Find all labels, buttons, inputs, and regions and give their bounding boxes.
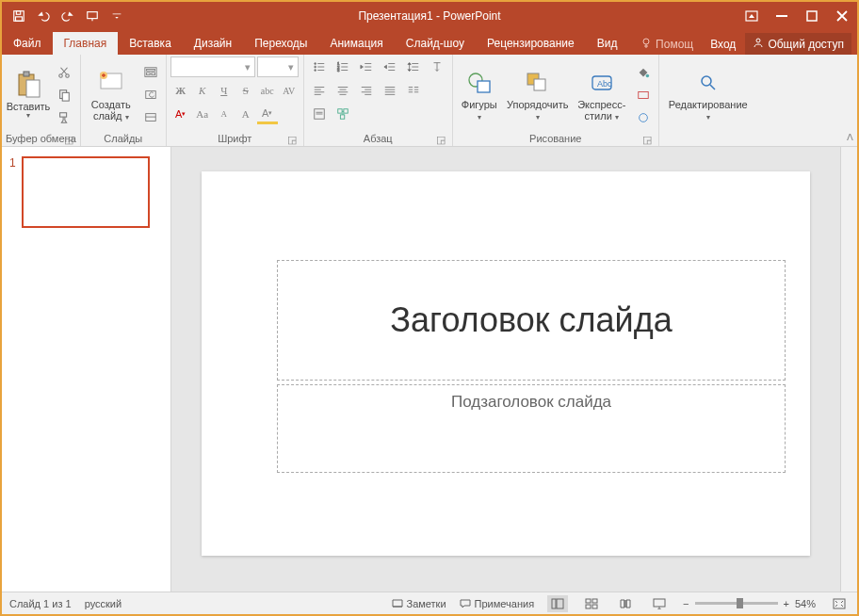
notes-button[interactable]: Заметки: [392, 598, 446, 609]
zoom-slider[interactable]: [695, 602, 778, 605]
slide-thumbnail[interactable]: [22, 156, 150, 228]
slideshow-view-icon[interactable]: [649, 595, 670, 612]
change-case-button[interactable]: Aa: [192, 104, 213, 124]
collapse-ribbon-icon[interactable]: ᐱ: [847, 132, 853, 142]
shape-outline-icon[interactable]: [632, 85, 655, 105]
strikethrough-button[interactable]: S: [235, 80, 256, 101]
reset-slide-icon[interactable]: [139, 85, 162, 105]
slide-counter: Слайд 1 из 1: [9, 598, 72, 609]
increase-font-button[interactable]: A: [235, 104, 256, 124]
dialog-launcher-icon[interactable]: ◲: [435, 134, 446, 145]
tab-slideshow[interactable]: Слайд-шоу: [395, 32, 476, 55]
comments-button[interactable]: Примечания: [460, 598, 535, 609]
paste-button[interactable]: Вставить ▾: [6, 61, 51, 129]
save-icon[interactable]: [8, 5, 30, 27]
slide-canvas[interactable]: Заголовок слайда Подзаголовок слайда: [202, 171, 810, 556]
svg-rect-50: [592, 605, 597, 608]
justify-icon[interactable]: [379, 80, 401, 101]
align-right-icon[interactable]: [355, 80, 378, 101]
align-center-icon[interactable]: [332, 80, 354, 101]
tab-file[interactable]: Файл: [2, 32, 53, 55]
svg-rect-46: [557, 599, 563, 608]
tab-review[interactable]: Рецензирование: [476, 32, 586, 55]
align-text-icon[interactable]: [308, 104, 331, 124]
line-spacing-icon[interactable]: [402, 57, 425, 77]
tab-view[interactable]: Вид: [586, 32, 629, 55]
undo-icon[interactable]: [32, 5, 55, 27]
close-icon[interactable]: [827, 3, 857, 29]
numbering-icon[interactable]: 123: [332, 57, 354, 77]
tab-design[interactable]: Дизайн: [183, 32, 243, 55]
decrease-indent-icon[interactable]: [355, 57, 378, 77]
zoom-in-button[interactable]: +: [784, 598, 789, 609]
zoom-level[interactable]: 54%: [795, 598, 816, 609]
title-placeholder[interactable]: Заголовок слайда: [277, 260, 786, 381]
svg-rect-21: [146, 73, 150, 75]
format-painter-icon[interactable]: [53, 107, 75, 128]
vertical-scrollbar[interactable]: [840, 147, 857, 592]
editing-button[interactable]: Редактирование▾: [663, 61, 754, 129]
tab-home[interactable]: Главная: [53, 32, 119, 55]
sign-in[interactable]: Вход: [703, 34, 743, 55]
shapes-button[interactable]: Фигуры▾: [457, 61, 502, 129]
underline-button[interactable]: Ч: [214, 80, 235, 101]
quick-styles-icon: Abc: [589, 67, 615, 99]
decrease-font-button[interactable]: A: [214, 104, 235, 124]
group-drawing: Фигуры▾ Упорядочить▾ Abc Экспресс-стили …: [453, 55, 659, 146]
font-size-combo[interactable]: ▾: [257, 57, 299, 77]
reading-view-icon[interactable]: [615, 595, 636, 612]
text-direction-icon[interactable]: [426, 57, 448, 77]
slide-editor[interactable]: Заголовок слайда Подзаголовок слайда: [171, 147, 840, 592]
slide-layout-icon[interactable]: [139, 62, 162, 83]
dialog-launcher-icon[interactable]: ◲: [286, 134, 298, 145]
share-button[interactable]: Общий доступ: [745, 33, 851, 55]
shape-effects-icon[interactable]: [632, 107, 655, 128]
dialog-launcher-icon[interactable]: ◲: [63, 134, 74, 145]
maximize-icon[interactable]: [797, 3, 827, 29]
char-spacing-button[interactable]: AV: [279, 80, 300, 101]
arrange-icon: [525, 67, 551, 99]
smartart-icon[interactable]: [332, 104, 354, 124]
cut-icon[interactable]: [53, 62, 75, 83]
quick-styles-button[interactable]: Abc Экспресс-стили ▾: [574, 61, 630, 129]
font-family-combo[interactable]: ▾: [170, 57, 255, 77]
start-from-beginning-icon[interactable]: [81, 5, 104, 27]
slide-sorter-view-icon[interactable]: [581, 595, 602, 612]
svg-rect-6: [807, 11, 817, 21]
svg-point-8: [756, 39, 760, 42]
zoom-out-button[interactable]: −: [683, 598, 689, 609]
minimize-icon[interactable]: [767, 3, 797, 29]
svg-text:3: 3: [337, 68, 340, 73]
svg-rect-47: [586, 599, 591, 603]
tell-me[interactable]: Помощ: [633, 33, 701, 55]
slide-thumbnail-pane[interactable]: 1: [2, 147, 171, 592]
tab-transitions[interactable]: Переходы: [243, 32, 318, 55]
columns-icon[interactable]: [402, 80, 425, 101]
italic-button[interactable]: К: [192, 80, 213, 101]
font-color-button[interactable]: A▾: [170, 104, 191, 124]
fit-to-window-icon[interactable]: [829, 595, 850, 612]
shape-fill-icon[interactable]: [632, 62, 655, 83]
align-left-icon[interactable]: [308, 80, 331, 101]
increase-indent-icon[interactable]: [379, 57, 401, 77]
group-slides-label: Слайды: [85, 133, 162, 146]
section-icon[interactable]: [139, 107, 162, 128]
text-shadow-button[interactable]: abc: [257, 80, 278, 101]
copy-icon[interactable]: [53, 85, 75, 105]
quick-access-toolbar: [2, 5, 128, 27]
bold-button[interactable]: Ж: [170, 80, 191, 101]
dialog-launcher-icon[interactable]: ◲: [641, 134, 653, 145]
language-indicator[interactable]: русский: [85, 598, 122, 609]
subtitle-placeholder[interactable]: Подзаголовок слайда: [277, 384, 786, 473]
normal-view-icon[interactable]: [547, 595, 568, 612]
qat-customize-icon[interactable]: [105, 5, 128, 27]
tab-insert[interactable]: Вставка: [118, 32, 183, 55]
tab-animations[interactable]: Анимация: [318, 32, 394, 55]
ribbon-display-options-icon[interactable]: [737, 3, 767, 29]
redo-icon[interactable]: [57, 5, 79, 27]
highlight-button[interactable]: A▾: [257, 104, 278, 124]
arrange-button[interactable]: Упорядочить▾: [504, 61, 572, 129]
group-slides: Создатьслайд ▾ Слайды: [81, 55, 167, 146]
bullets-icon[interactable]: [308, 57, 331, 77]
new-slide-button[interactable]: Создатьслайд ▾: [85, 61, 138, 129]
